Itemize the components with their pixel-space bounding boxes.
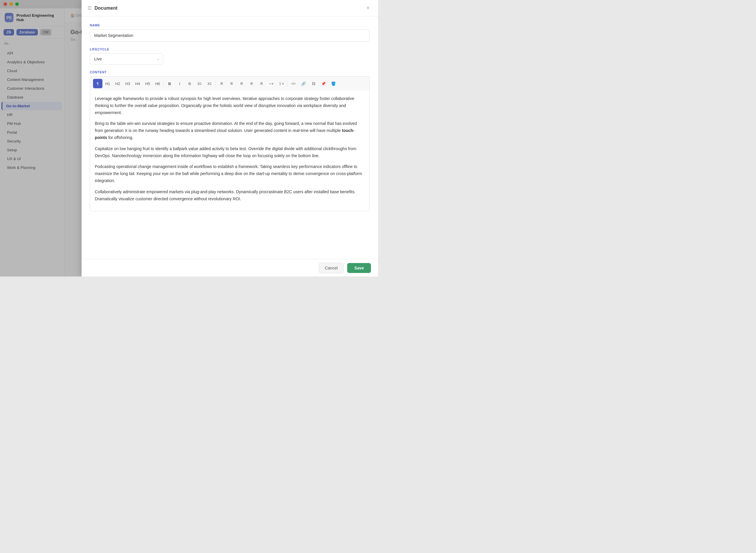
rte-content-area[interactable]: Leverage agile frameworks to provide a r… — [90, 91, 370, 212]
rte-superscript-button[interactable]: X1 — [195, 79, 204, 88]
rte-h2-button[interactable]: H2 — [113, 79, 122, 88]
rte-paragraph-3: Capitalize on low hanging fruit to ident… — [95, 145, 365, 160]
rte-separator-2 — [215, 81, 216, 86]
modal-overlay: ☰ Document × NAME LIFECYCLE Live Draft A… — [0, 0, 378, 276]
rte-align-left-button[interactable]: ≡ — [227, 79, 236, 88]
rte-h6-button[interactable]: H6 — [153, 79, 162, 88]
rte-unlink-button[interactable]: ⛓ — [309, 79, 318, 88]
rte-link-button[interactable]: 🔗 — [299, 79, 308, 88]
name-label: NAME — [90, 23, 370, 27]
modal-body: NAME LIFECYCLE Live Draft Archived ⌄ CON… — [82, 16, 378, 259]
rte-pin-button[interactable]: 📌 — [319, 79, 328, 88]
save-button[interactable]: Save — [347, 263, 371, 273]
rte-code-button[interactable]: </> — [289, 79, 298, 88]
content-label: CONTENT — [90, 70, 370, 74]
rte-paragraph-2: Bring to the table win-win survival stra… — [95, 120, 365, 141]
rte-paragraph-4: Podcasting operational change management… — [95, 163, 365, 184]
modal-close-button[interactable]: × — [364, 4, 372, 12]
rte-ordered-list-button[interactable]: ≡ — [217, 79, 226, 88]
modal-title: Document — [94, 6, 361, 11]
rte-subscript-button[interactable]: X1 — [205, 79, 214, 88]
lifecycle-select-wrapper: Live Draft Archived ⌄ — [90, 53, 163, 65]
rte-paint-button[interactable]: 🪣 — [329, 79, 338, 88]
rte-numbered-list-button[interactable]: 1 ≡ — [277, 79, 286, 88]
rte-bullet-list-button[interactable]: • ≡ — [267, 79, 276, 88]
lifecycle-select[interactable]: Live Draft Archived — [90, 53, 163, 65]
rte-h5-button[interactable]: H5 — [143, 79, 152, 88]
rte-italic-button[interactable]: I — [175, 79, 184, 88]
rte-separator-3 — [287, 81, 288, 86]
rte-paragraph-1: Leverage agile frameworks to provide a r… — [95, 95, 365, 116]
rte-h4-button[interactable]: H4 — [133, 79, 142, 88]
rte-align-center-button[interactable]: ≡ — [237, 79, 246, 88]
lifecycle-label: LIFECYCLE — [90, 48, 370, 51]
rte-h1-button[interactable]: H1 — [103, 79, 113, 88]
rte-paragraph-button[interactable]: ¶ — [93, 79, 102, 88]
rte-strikethrough-button[interactable]: S — [185, 79, 194, 88]
rte-align-right-button[interactable]: ≡ — [247, 79, 256, 88]
rte-align-justify-button[interactable]: ≡ — [257, 79, 266, 88]
document-modal: ☰ Document × NAME LIFECYCLE Live Draft A… — [82, 0, 378, 276]
modal-footer: Cancel Save — [82, 259, 378, 276]
cancel-button[interactable]: Cancel — [319, 263, 344, 273]
rte-separator-1 — [163, 81, 164, 86]
modal-header: ☰ Document × — [82, 0, 378, 16]
rte-paragraph-5: Collaboratively administrate empowered m… — [95, 188, 365, 203]
document-icon: ☰ — [87, 5, 91, 11]
name-input[interactable] — [90, 29, 370, 42]
rte-toolbar: ¶ H1 H2 H3 H4 H5 H6 B I S X1 X1 ≡ ≡ ≡ ≡ … — [90, 76, 370, 91]
rte-bold-button[interactable]: B — [165, 79, 174, 88]
rte-h3-button[interactable]: H3 — [123, 79, 132, 88]
